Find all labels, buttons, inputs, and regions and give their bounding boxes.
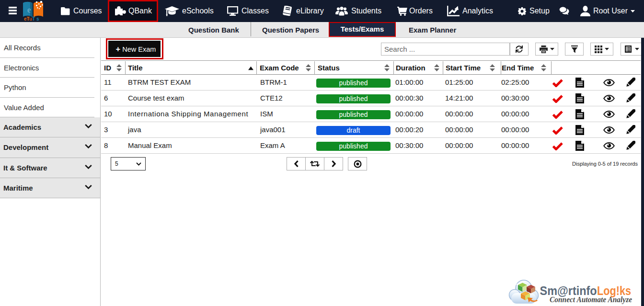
- svg-text:e: e: [27, 5, 31, 14]
- svg-text:eTuT s: eTuT s: [24, 16, 39, 21]
- svg-text:Connect Automate Analyze: Connect Automate Analyze: [550, 295, 632, 304]
